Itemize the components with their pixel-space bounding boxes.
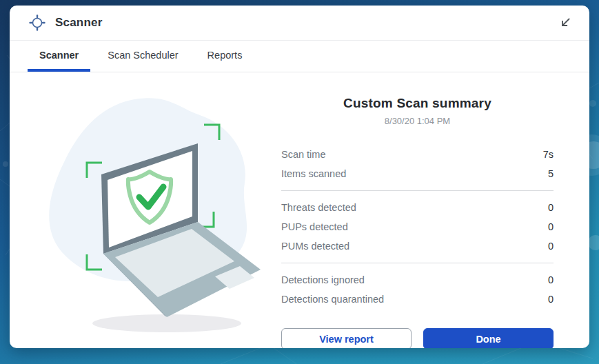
tab-reports[interactable]: Reports	[196, 41, 254, 72]
row-label: PUPs detected	[281, 221, 348, 232]
row-detections-quarantined: Detections quarantined 0	[281, 290, 554, 309]
summary-timestamp: 8/30/20 1:04 PM	[281, 116, 554, 126]
scan-summary-panel: Custom Scan summary 8/30/20 1:04 PM Scan…	[281, 72, 554, 348]
row-value: 0	[548, 274, 554, 285]
tab-bar: Scanner Scan Scheduler Reports	[10, 41, 589, 72]
row-value: 0	[548, 221, 554, 232]
row-label: PUMs detected	[281, 241, 349, 252]
action-buttons: View report Done	[281, 328, 554, 348]
row-label: Detections ignored	[281, 274, 365, 285]
illustration-column	[10, 72, 280, 348]
tab-scanner-label: Scanner	[39, 50, 79, 61]
tab-scan-scheduler-label: Scan Scheduler	[108, 50, 178, 61]
tab-scanner[interactable]: Scanner	[28, 41, 90, 72]
row-scan-time: Scan time 7s	[281, 145, 554, 164]
row-value: 5	[548, 168, 554, 179]
row-detections-ignored: Detections ignored 0	[281, 270, 554, 290]
summary-title: Custom Scan summary	[281, 96, 554, 111]
window-header: Scanner	[10, 6, 589, 41]
scanner-window: Scanner Scanner Scan Scheduler Reports	[10, 6, 589, 348]
divider	[281, 263, 554, 263]
row-value: 0	[548, 294, 554, 305]
row-pums-detected: PUMs detected 0	[281, 236, 554, 256]
row-value: 0	[548, 202, 554, 213]
laptop-scan-illustration	[34, 89, 276, 344]
row-value: 7s	[543, 149, 554, 160]
row-label: Scan time	[281, 149, 325, 160]
content-area: Custom Scan summary 8/30/20 1:04 PM Scan…	[10, 72, 589, 348]
row-items-scanned: Items scanned 5	[281, 164, 554, 183]
window-title: Scanner	[55, 16, 103, 30]
collapse-window-icon[interactable]	[558, 15, 573, 30]
tab-reports-label: Reports	[207, 50, 243, 61]
view-report-button[interactable]: View report	[281, 328, 412, 348]
row-threats-detected: Threats detected 0	[281, 198, 554, 217]
crosshair-target-icon	[29, 14, 45, 31]
row-pups-detected: PUPs detected 0	[281, 217, 554, 236]
divider	[281, 190, 554, 191]
row-label: Threats detected	[281, 202, 356, 213]
done-button[interactable]: Done	[423, 328, 554, 348]
row-label: Detections quarantined	[281, 294, 384, 305]
tab-scan-scheduler[interactable]: Scan Scheduler	[96, 41, 190, 72]
row-label: Items scanned	[281, 168, 346, 179]
row-value: 0	[548, 241, 554, 252]
summary-rows: Scan time 7s Items scanned 5 Threats det…	[281, 145, 554, 309]
